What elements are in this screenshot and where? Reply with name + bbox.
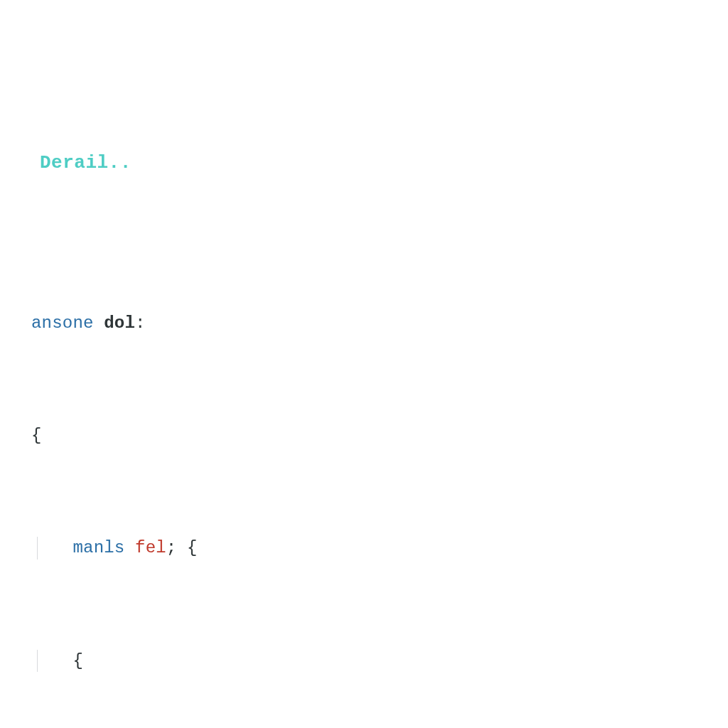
code-line: { [31,650,488,673]
code-token: manls [73,538,124,557]
code-token: fel [124,538,166,557]
code-token: { [73,651,83,670]
code-line: ansone dol: [31,312,488,335]
code-token: { [31,426,42,445]
code-token: : [135,314,146,333]
code-token: dol [94,314,135,333]
code-block: ansone dol: { manls fel; { { rarımeplidu… [31,222,488,728]
code-token: ; { [166,538,198,557]
code-line: manls fel; { [31,537,488,560]
code-line: { [31,424,488,447]
section-heading: Derail.. [40,151,132,175]
code-token: ansone [31,314,94,333]
